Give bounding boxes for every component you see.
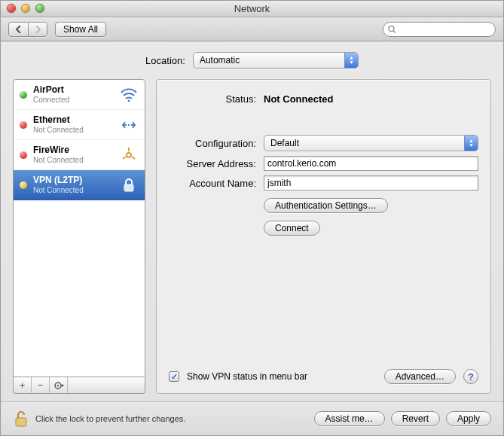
svg-line-7 (132, 157, 135, 159)
status-value: Not Connected (264, 93, 478, 105)
forward-button[interactable] (28, 22, 47, 37)
traffic-lights (7, 4, 44, 13)
sidebar-item-title: AirPort (33, 85, 113, 96)
configuration-label: Configuration: (169, 138, 256, 149)
unlock-icon[interactable] (13, 410, 29, 428)
sidebar-item-subtitle: Not Connected (33, 126, 113, 135)
advanced-button[interactable]: Advanced… (384, 369, 456, 384)
updown-arrows-icon: ▲▼ (344, 53, 358, 68)
search-field[interactable] (383, 22, 496, 37)
zoom-window-button[interactable] (35, 4, 44, 13)
configuration-value: Default (270, 138, 299, 148)
help-button[interactable]: ? (463, 369, 478, 384)
svg-point-0 (389, 26, 394, 31)
account-name-label: Account Name: (169, 178, 256, 189)
assist-me-button[interactable]: Assist me… (314, 411, 385, 426)
status-label: Status: (169, 93, 256, 105)
bottom-bar: Click the lock to prevent further change… (1, 401, 503, 435)
svg-point-4 (127, 153, 131, 157)
location-popup[interactable]: Automatic ▲▼ (193, 52, 359, 69)
gear-icon (53, 381, 64, 390)
interfaces-sidebar: AirPort Connected Ethernet Not Connected (13, 79, 145, 377)
status-row: Status: Not Connected (169, 93, 478, 105)
status-dot-icon (20, 91, 27, 99)
sidebar-item-subtitle: Connected (33, 96, 113, 105)
authentication-settings-button[interactable]: Authentication Settings… (264, 198, 388, 213)
server-address-label: Server Address: (169, 158, 256, 169)
svg-point-10 (57, 384, 58, 386)
revert-button[interactable]: Revert (391, 411, 440, 426)
close-window-button[interactable] (7, 4, 16, 13)
account-name-row: Account Name: (169, 175, 478, 191)
svg-point-3 (128, 123, 130, 125)
svg-line-1 (393, 30, 396, 32)
location-row: Location: Automatic ▲▼ (13, 52, 491, 69)
sidebar-container: AirPort Connected Ethernet Not Connected (13, 79, 145, 394)
sidebar-item-subtitle: Not Connected (33, 186, 113, 195)
window-title: Network (234, 3, 270, 14)
server-address-input[interactable] (264, 156, 478, 171)
search-icon (388, 25, 396, 34)
lock-icon (119, 178, 139, 193)
network-prefs-window: Network Show All Location: Automatic ▲▼ (0, 0, 504, 436)
minimize-window-button[interactable] (21, 4, 30, 13)
lock-text: Click the lock to prevent further change… (35, 414, 185, 423)
firewire-icon (119, 148, 139, 163)
sidebar-item-ethernet[interactable]: Ethernet Not Connected (14, 110, 145, 140)
sidebar-item-title: VPN (L2TP) (33, 175, 113, 186)
wifi-icon (119, 87, 139, 102)
content: Location: Automatic ▲▼ AirPort Connected (1, 41, 503, 401)
show-vpn-status-checkbox[interactable]: ✓ (169, 371, 179, 382)
search-input[interactable] (399, 24, 490, 35)
pane-footer: ✓ Show VPN status in menu bar Advanced… … (169, 369, 478, 384)
nav-segment (8, 22, 47, 37)
sidebar-item-airport[interactable]: AirPort Connected (14, 80, 145, 110)
updown-arrows-icon: ▲▼ (464, 136, 478, 151)
show-vpn-status-label: Show VPN status in menu bar (187, 371, 377, 382)
detail-pane: Status: Not Connected Configuration: Def… (156, 79, 491, 394)
chevron-left-icon (16, 26, 22, 33)
titlebar: Network (1, 1, 503, 17)
account-name-input[interactable] (264, 175, 478, 191)
location-value: Automatic (200, 55, 240, 66)
action-menu-button[interactable] (50, 377, 68, 393)
back-button[interactable] (8, 22, 28, 37)
status-dot-icon (20, 121, 27, 129)
sidebar-item-title: Ethernet (33, 115, 113, 126)
sidebar-item-title: FireWire (33, 145, 113, 156)
server-address-row: Server Address: (169, 156, 478, 171)
svg-rect-8 (124, 184, 133, 191)
configuration-popup[interactable]: Default ▲▼ (264, 135, 478, 151)
sidebar-item-firewire[interactable]: FireWire Not Connected (14, 140, 145, 170)
status-dot-icon (20, 151, 27, 159)
toolbar: Show All (1, 17, 503, 41)
svg-line-6 (123, 157, 126, 159)
chevron-right-icon (35, 26, 41, 33)
show-all-button[interactable]: Show All (55, 22, 106, 37)
svg-rect-11 (16, 418, 26, 426)
status-dot-icon (20, 181, 27, 189)
sidebar-footer: + − (13, 377, 145, 394)
location-label: Location: (145, 55, 185, 66)
svg-point-2 (128, 99, 130, 101)
sidebar-item-subtitle: Not Connected (33, 156, 113, 165)
ethernet-icon (119, 117, 139, 133)
add-interface-button[interactable]: + (14, 377, 32, 393)
sidebar-item-vpn[interactable]: VPN (L2TP) Not Connected (14, 170, 145, 200)
configuration-row: Configuration: Default ▲▼ (169, 135, 478, 151)
connect-button[interactable]: Connect (264, 221, 320, 236)
main-row: AirPort Connected Ethernet Not Connected (13, 79, 491, 394)
apply-button[interactable]: Apply (446, 411, 491, 426)
remove-interface-button[interactable]: − (32, 377, 50, 393)
